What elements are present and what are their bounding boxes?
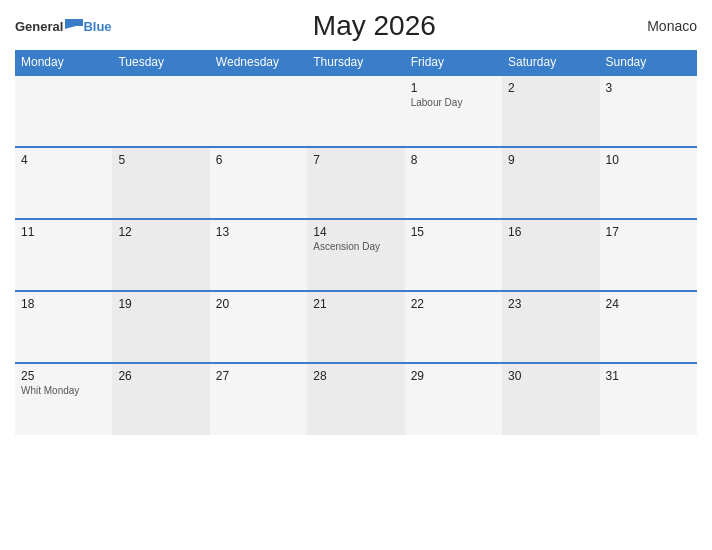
day-number: 8 [411, 153, 496, 167]
calendar-cell: 22 [405, 291, 502, 363]
calendar-cell: 3 [600, 75, 697, 147]
calendar-cell: 18 [15, 291, 112, 363]
day-number: 6 [216, 153, 301, 167]
holiday-label: Ascension Day [313, 241, 398, 252]
day-number: 2 [508, 81, 593, 95]
day-number: 4 [21, 153, 106, 167]
logo-flag-icon [65, 19, 83, 33]
logo: General Blue [15, 19, 112, 34]
logo-blue-text: Blue [83, 19, 111, 34]
calendar-cell: 14Ascension Day [307, 219, 404, 291]
day-number: 20 [216, 297, 301, 311]
day-number: 7 [313, 153, 398, 167]
day-number: 12 [118, 225, 203, 239]
day-number: 22 [411, 297, 496, 311]
day-number: 3 [606, 81, 691, 95]
calendar-cell [15, 75, 112, 147]
calendar-cell: 15 [405, 219, 502, 291]
calendar-cell: 13 [210, 219, 307, 291]
calendar-week-row: 1Labour Day23 [15, 75, 697, 147]
calendar-week-row: 11121314Ascension Day151617 [15, 219, 697, 291]
calendar-cell: 19 [112, 291, 209, 363]
calendar-cell: 16 [502, 219, 599, 291]
day-number: 17 [606, 225, 691, 239]
calendar-cell: 9 [502, 147, 599, 219]
day-number: 27 [216, 369, 301, 383]
day-number: 5 [118, 153, 203, 167]
calendar-cell: 1Labour Day [405, 75, 502, 147]
day-number: 31 [606, 369, 691, 383]
header-friday: Friday [405, 50, 502, 75]
day-number: 26 [118, 369, 203, 383]
calendar-cell: 24 [600, 291, 697, 363]
calendar-cell: 20 [210, 291, 307, 363]
weekday-header-row: Monday Tuesday Wednesday Thursday Friday… [15, 50, 697, 75]
calendar-cell: 30 [502, 363, 599, 435]
header-tuesday: Tuesday [112, 50, 209, 75]
calendar-week-row: 18192021222324 [15, 291, 697, 363]
header-saturday: Saturday [502, 50, 599, 75]
calendar-week-row: 25Whit Monday262728293031 [15, 363, 697, 435]
calendar-cell: 6 [210, 147, 307, 219]
calendar-cell [210, 75, 307, 147]
day-number: 23 [508, 297, 593, 311]
calendar-cell: 26 [112, 363, 209, 435]
calendar-cell: 12 [112, 219, 209, 291]
calendar-cell: 2 [502, 75, 599, 147]
calendar-cell: 29 [405, 363, 502, 435]
day-number: 28 [313, 369, 398, 383]
day-number: 14 [313, 225, 398, 239]
calendar-cell: 8 [405, 147, 502, 219]
day-number: 15 [411, 225, 496, 239]
calendar-cell: 25Whit Monday [15, 363, 112, 435]
day-number: 16 [508, 225, 593, 239]
header-sunday: Sunday [600, 50, 697, 75]
day-number: 21 [313, 297, 398, 311]
calendar-week-row: 45678910 [15, 147, 697, 219]
day-number: 30 [508, 369, 593, 383]
calendar-cell: 21 [307, 291, 404, 363]
day-number: 19 [118, 297, 203, 311]
day-number: 13 [216, 225, 301, 239]
calendar-cell: 5 [112, 147, 209, 219]
holiday-label: Labour Day [411, 97, 496, 108]
calendar-cell: 10 [600, 147, 697, 219]
day-number: 18 [21, 297, 106, 311]
day-number: 29 [411, 369, 496, 383]
calendar-cell: 17 [600, 219, 697, 291]
header-wednesday: Wednesday [210, 50, 307, 75]
day-number: 24 [606, 297, 691, 311]
day-number: 10 [606, 153, 691, 167]
calendar-header: General Blue May 2026 Monaco [15, 10, 697, 42]
day-number: 9 [508, 153, 593, 167]
calendar-title: May 2026 [112, 10, 637, 42]
day-number: 1 [411, 81, 496, 95]
country-label: Monaco [637, 18, 697, 34]
header-monday: Monday [15, 50, 112, 75]
calendar-cell [307, 75, 404, 147]
calendar-cell: 27 [210, 363, 307, 435]
calendar-cell: 11 [15, 219, 112, 291]
calendar-cell: 31 [600, 363, 697, 435]
calendar-cell: 23 [502, 291, 599, 363]
calendar-cell: 28 [307, 363, 404, 435]
day-number: 11 [21, 225, 106, 239]
holiday-label: Whit Monday [21, 385, 106, 396]
calendar-page: General Blue May 2026 Monaco Monday Tues… [0, 0, 712, 550]
calendar-cell [112, 75, 209, 147]
day-number: 25 [21, 369, 106, 383]
logo-general-text: General [15, 19, 63, 34]
calendar-table: Monday Tuesday Wednesday Thursday Friday… [15, 50, 697, 435]
header-thursday: Thursday [307, 50, 404, 75]
calendar-cell: 4 [15, 147, 112, 219]
calendar-cell: 7 [307, 147, 404, 219]
